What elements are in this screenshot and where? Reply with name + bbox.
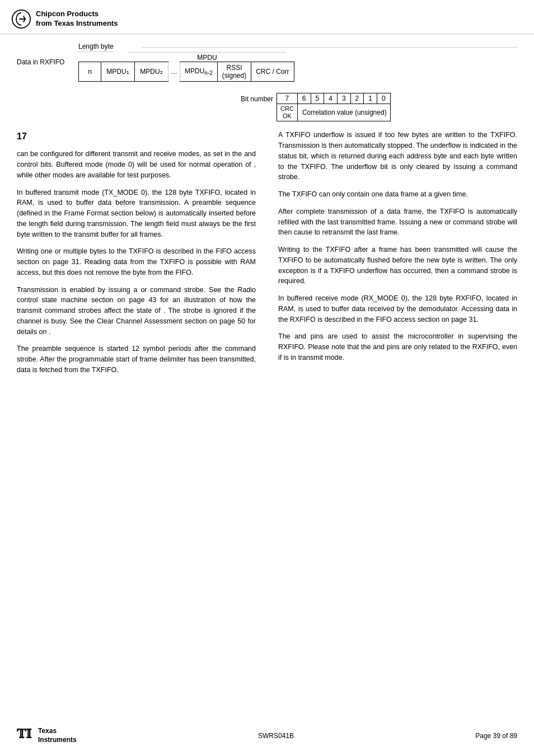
bit-number-table: 7 6 5 4 3 2 1 0 CRCOK Correlation value …	[277, 93, 391, 121]
right-para1: A TXFIFO underflow is issued if too few …	[278, 130, 517, 182]
mpdu-label: MPDU	[197, 54, 217, 62]
ti-logo-icon	[11, 9, 31, 29]
bit-5: 5	[311, 93, 324, 104]
bit-4: 4	[324, 93, 338, 104]
right-column: A TXFIFO underflow is issued if too few …	[267, 130, 517, 382]
rxfifo-structure-table: n MPDU₁ MPDU₂ … MPDUn-2 RSSI(signed) CRC…	[78, 62, 294, 82]
footer-logo-line2: Instruments	[38, 736, 77, 745]
page-header: Chipcon Products from Texas Instruments	[0, 0, 534, 34]
fifo-diagram-section: Data in RXFIFO Length byte MPDU n MPDU₁ …	[17, 43, 517, 121]
svg-text:𝕋𝕀: 𝕋𝕀	[17, 727, 32, 741]
right-para6: The and pins are used to assist the micr…	[278, 331, 517, 363]
crc-ok-cell: CRCOK	[277, 104, 298, 121]
bit-number-label: Bit number	[241, 93, 273, 103]
mpdu1-cell: MPDU₁	[101, 62, 135, 82]
page-footer: 𝕋𝕀 Texas Instruments SWRS041B Page 39 of…	[0, 727, 534, 745]
page-content: 17 can be configured for different trans…	[0, 124, 534, 387]
n-cell: n	[79, 62, 101, 82]
logo-line2: from Texas Instruments	[36, 19, 118, 29]
right-para5: In buffered receive mode (RX_MODE 0), th…	[278, 293, 517, 325]
bit-0: 0	[377, 93, 390, 104]
left-para4: Transmission is enabled by issuing a or …	[17, 285, 256, 337]
mpdu2-cell: MPDU₂	[135, 62, 168, 82]
rssi-cell: RSSI(signed)	[217, 62, 251, 82]
footer-doc-id: SWRS041B	[258, 732, 294, 740]
right-para3: After complete transmission of a data fr…	[278, 206, 517, 238]
left-para1: can be configured for different transmit…	[17, 149, 256, 180]
right-para2: The TXFIFO can only contain one data fra…	[278, 189, 517, 200]
left-para2: In buffered transmit mode (TX_MODE 0), t…	[17, 187, 256, 240]
correlation-value-cell: Correlation value (unsigned)	[297, 104, 390, 121]
bit-1: 1	[364, 93, 377, 104]
right-para4: Writing to the TXFIFO after a frame has …	[278, 245, 517, 287]
footer-logo-line1: Texas	[38, 727, 77, 736]
bit-7: 7	[277, 93, 298, 104]
ellipsis-cell: …	[168, 62, 180, 82]
crc-corr-cell: CRC / Corr	[251, 62, 294, 82]
page-number: 17	[17, 130, 256, 143]
left-para5: The preamble sequence is started 12 symb…	[17, 344, 256, 375]
mpdu-n2-cell: MPDUn-2	[180, 62, 218, 82]
bit-3: 3	[337, 93, 350, 104]
bit-2: 2	[350, 93, 364, 104]
length-byte-label: Length byte	[78, 43, 114, 51]
logo-text: Chipcon Products from Texas Instruments	[36, 10, 118, 29]
footer-page-info: Page 39 of 89	[475, 732, 517, 740]
left-para3: Writing one or multiple bytes to the TXF…	[17, 246, 256, 278]
left-column: 17 can be configured for different trans…	[17, 130, 267, 382]
texas-instruments-logo-icon: 𝕋𝕀	[17, 727, 35, 745]
bit-6: 6	[297, 93, 311, 104]
footer-logo: 𝕋𝕀 Texas Instruments	[17, 727, 77, 745]
logo-line1: Chipcon Products	[36, 10, 118, 19]
